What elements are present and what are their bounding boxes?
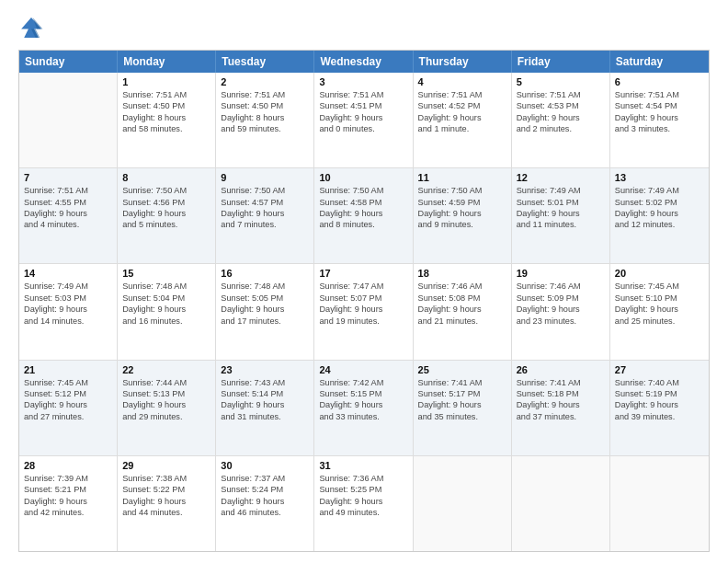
header-day-saturday: Saturday — [610, 51, 709, 73]
cell-info: Sunrise: 7:43 AM — [221, 377, 309, 388]
cell-info: Daylight: 9 hours — [517, 399, 605, 410]
day-number: 29 — [122, 460, 210, 471]
table-row: 21Sunrise: 7:45 AMSunset: 5:12 PMDayligh… — [19, 361, 118, 455]
logo-icon — [18, 15, 44, 40]
table-row: 24Sunrise: 7:42 AMSunset: 5:15 PMDayligh… — [314, 361, 413, 455]
day-number: 12 — [517, 172, 605, 183]
cell-info: Daylight: 9 hours — [418, 112, 506, 123]
cell-info: and 9 minutes. — [418, 219, 506, 230]
day-number: 15 — [122, 268, 210, 279]
cell-info: and 0 minutes. — [319, 123, 407, 134]
cell-info: Daylight: 9 hours — [221, 304, 309, 315]
day-number: 10 — [319, 172, 407, 183]
cell-info: Daylight: 8 hours — [122, 112, 210, 123]
cell-info: Sunrise: 7:41 AM — [418, 377, 506, 388]
day-number: 26 — [517, 364, 605, 375]
cell-info: Sunrise: 7:51 AM — [418, 89, 506, 100]
day-number: 9 — [221, 172, 309, 183]
cell-info: Sunrise: 7:42 AM — [319, 377, 407, 388]
table-row: 28Sunrise: 7:39 AMSunset: 5:21 PMDayligh… — [19, 456, 118, 551]
header-day-sunday: Sunday — [19, 51, 118, 73]
cell-info: Daylight: 9 hours — [221, 496, 309, 507]
table-row — [19, 73, 118, 167]
header — [18, 15, 710, 40]
table-row — [414, 456, 512, 551]
cell-info: Sunrise: 7:50 AM — [221, 185, 309, 196]
cell-info: and 25 minutes. — [615, 316, 704, 327]
day-number: 1 — [122, 76, 210, 87]
table-row: 14Sunrise: 7:49 AMSunset: 5:03 PMDayligh… — [19, 264, 118, 359]
cell-info: Sunset: 5:22 PM — [122, 484, 210, 495]
cell-info: Sunset: 5:03 PM — [24, 293, 112, 304]
day-number: 21 — [24, 364, 112, 375]
calendar-header: SundayMondayTuesdayWednesdayThursdayFrid… — [19, 51, 709, 73]
header-day-friday: Friday — [512, 51, 610, 73]
cell-info: and 12 minutes. — [615, 219, 704, 230]
table-row: 31Sunrise: 7:36 AMSunset: 5:25 PMDayligh… — [314, 456, 413, 551]
cell-info: and 31 minutes. — [221, 411, 309, 422]
cell-info: and 49 minutes. — [319, 507, 407, 518]
cell-info: Sunrise: 7:41 AM — [517, 377, 605, 388]
cell-info: and 1 minute. — [418, 123, 506, 134]
cell-info: and 37 minutes. — [517, 411, 605, 422]
cell-info: Sunset: 5:17 PM — [418, 388, 506, 399]
cell-info: Sunrise: 7:45 AM — [24, 377, 112, 388]
cell-info: Daylight: 9 hours — [517, 208, 605, 219]
cell-info: Sunset: 4:57 PM — [221, 197, 309, 208]
cell-info: and 17 minutes. — [221, 316, 309, 327]
cell-info: Sunrise: 7:36 AM — [319, 473, 407, 484]
day-number: 2 — [221, 76, 309, 87]
calendar-row-0: 1Sunrise: 7:51 AMSunset: 4:50 PMDaylight… — [19, 73, 709, 167]
table-row: 6Sunrise: 7:51 AMSunset: 4:54 PMDaylight… — [610, 73, 709, 167]
table-row: 9Sunrise: 7:50 AMSunset: 4:57 PMDaylight… — [216, 168, 314, 263]
cell-info: and 3 minutes. — [615, 123, 704, 134]
cell-info: Sunset: 4:56 PM — [122, 197, 210, 208]
cell-info: Daylight: 9 hours — [319, 399, 407, 410]
table-row: 29Sunrise: 7:38 AMSunset: 5:22 PMDayligh… — [118, 456, 216, 551]
cell-info: Sunrise: 7:45 AM — [615, 281, 704, 292]
table-row: 13Sunrise: 7:49 AMSunset: 5:02 PMDayligh… — [610, 168, 709, 263]
day-number: 20 — [615, 268, 704, 279]
table-row: 22Sunrise: 7:44 AMSunset: 5:13 PMDayligh… — [118, 361, 216, 455]
cell-info: Daylight: 9 hours — [122, 208, 210, 219]
table-row: 7Sunrise: 7:51 AMSunset: 4:55 PMDaylight… — [19, 168, 118, 263]
cell-info: Sunset: 5:25 PM — [319, 484, 407, 495]
cell-info: Sunset: 4:50 PM — [221, 100, 309, 111]
cell-info: and 46 minutes. — [221, 507, 309, 518]
cell-info: Daylight: 9 hours — [319, 208, 407, 219]
table-row: 8Sunrise: 7:50 AMSunset: 4:56 PMDaylight… — [118, 168, 216, 263]
cell-info: Daylight: 9 hours — [24, 208, 112, 219]
cell-info: Sunset: 4:50 PM — [122, 100, 210, 111]
cell-info: Daylight: 9 hours — [517, 304, 605, 315]
cell-info: Sunset: 5:18 PM — [517, 388, 605, 399]
cell-info: Sunset: 5:08 PM — [418, 293, 506, 304]
cell-info: Sunrise: 7:37 AM — [221, 473, 309, 484]
day-number: 17 — [319, 268, 407, 279]
day-number: 30 — [221, 460, 309, 471]
cell-info: Sunset: 4:58 PM — [319, 197, 407, 208]
cell-info: Sunrise: 7:49 AM — [615, 185, 704, 196]
cell-info: Daylight: 9 hours — [221, 399, 309, 410]
logo — [18, 15, 48, 40]
cell-info: Sunrise: 7:39 AM — [24, 473, 112, 484]
cell-info: and 19 minutes. — [319, 316, 407, 327]
table-row: 12Sunrise: 7:49 AMSunset: 5:01 PMDayligh… — [512, 168, 610, 263]
cell-info: and 59 minutes. — [221, 123, 309, 134]
day-number: 18 — [418, 268, 506, 279]
day-number: 8 — [122, 172, 210, 183]
cell-info: Sunset: 5:07 PM — [319, 293, 407, 304]
table-row — [512, 456, 610, 551]
cell-info: and 21 minutes. — [418, 316, 506, 327]
day-number: 3 — [319, 76, 407, 87]
cell-info: Daylight: 9 hours — [122, 399, 210, 410]
table-row: 10Sunrise: 7:50 AMSunset: 4:58 PMDayligh… — [314, 168, 413, 263]
table-row: 4Sunrise: 7:51 AMSunset: 4:52 PMDaylight… — [414, 73, 512, 167]
day-number: 27 — [615, 364, 704, 375]
day-number: 31 — [319, 460, 407, 471]
cell-info: Sunset: 4:53 PM — [517, 100, 605, 111]
cell-info: and 8 minutes. — [319, 219, 407, 230]
table-row: 17Sunrise: 7:47 AMSunset: 5:07 PMDayligh… — [314, 264, 413, 359]
cell-info: Daylight: 9 hours — [221, 208, 309, 219]
cell-info: and 58 minutes. — [122, 123, 210, 134]
cell-info: and 14 minutes. — [24, 316, 112, 327]
